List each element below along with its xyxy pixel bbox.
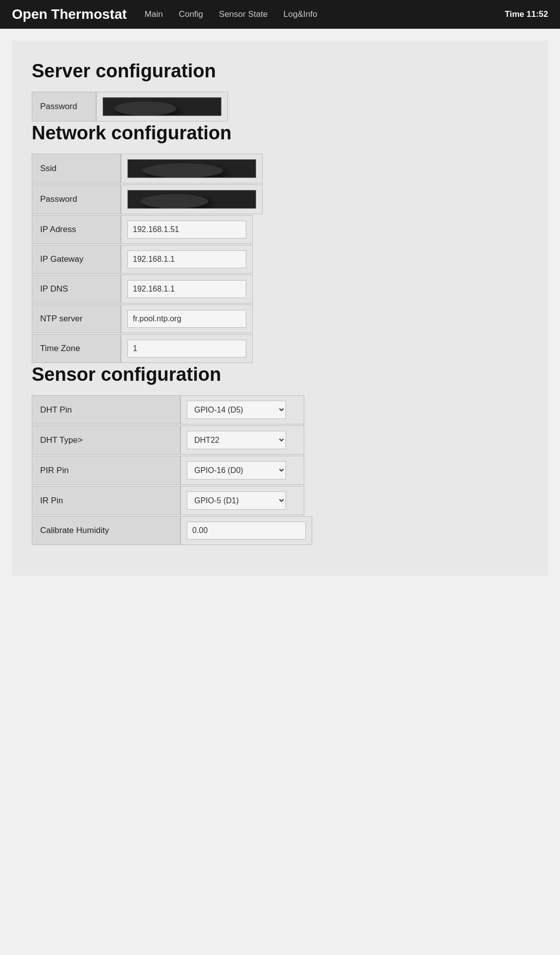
ip-address-value — [121, 215, 253, 244]
network-password-field[interactable] — [127, 190, 256, 209]
ip-dns-label: IP DNS — [32, 275, 121, 303]
sensor-config-section: Sensor configuration DHT Pin GPIO-14 (D5… — [32, 364, 528, 545]
network-config-title: Network configuration — [32, 122, 528, 144]
calibrate-humidity-label: Calibrate Humidity — [32, 516, 180, 545]
server-config-title: Server configuration — [32, 60, 528, 82]
ssid-field[interactable] — [127, 159, 256, 178]
server-password-label: Password — [32, 92, 96, 121]
dht-type-value: DHT11 DHT22 — [180, 425, 304, 455]
ntp-server-value — [121, 304, 253, 333]
ip-dns-row: IP DNS — [32, 275, 528, 303]
dht-type-select[interactable]: DHT11 DHT22 — [187, 431, 286, 449]
pir-pin-select[interactable]: GPIO-14 (D5) GPIO-4 (D2) GPIO-5 (D1) GPI… — [187, 461, 286, 479]
ssid-label: Ssid — [32, 154, 121, 183]
navbar: Open Thermostat Main Config Sensor State… — [0, 0, 560, 29]
ir-pin-value: GPIO-14 (D5) GPIO-4 (D2) GPIO-5 (D1) GPI… — [180, 486, 304, 515]
dht-pin-label: DHT Pin — [32, 395, 180, 424]
redacted-blob — [115, 99, 176, 116]
nav-main[interactable]: Main — [145, 9, 163, 19]
ssid-value — [121, 154, 263, 183]
dht-type-label: DHT Type> — [32, 425, 180, 455]
ip-gateway-input[interactable] — [127, 250, 246, 268]
current-time: Time 11:52 — [504, 9, 548, 19]
network-password-value — [121, 184, 263, 214]
ip-gateway-value — [121, 245, 253, 274]
dht-pin-row: DHT Pin GPIO-14 (D5) GPIO-4 (D2) GPIO-5 … — [32, 395, 528, 424]
pir-pin-value: GPIO-14 (D5) GPIO-4 (D2) GPIO-5 (D1) GPI… — [180, 456, 304, 485]
calibrate-humidity-value — [180, 516, 312, 545]
ip-address-input[interactable] — [127, 221, 246, 239]
main-content: Server configuration Password Network co… — [12, 41, 548, 576]
sensor-config-title: Sensor configuration — [32, 364, 528, 385]
network-config-table: Ssid Password IP Adress — [32, 154, 528, 363]
ntp-server-label: NTP server — [32, 304, 121, 333]
ip-address-label: IP Adress — [32, 215, 121, 244]
server-password-value — [96, 92, 228, 121]
pir-pin-label: PIR Pin — [32, 456, 180, 485]
ir-pin-row: IR Pin GPIO-14 (D5) GPIO-4 (D2) GPIO-5 (… — [32, 486, 528, 515]
ntp-server-row: NTP server — [32, 304, 528, 333]
calibrate-humidity-row: Calibrate Humidity — [32, 516, 528, 545]
nav-config[interactable]: Config — [179, 9, 203, 19]
ip-gateway-row: IP Gateway — [32, 245, 528, 274]
dht-pin-select[interactable]: GPIO-14 (D5) GPIO-4 (D2) GPIO-5 (D1) GPI… — [187, 401, 286, 419]
app-title: Open Thermostat — [12, 6, 127, 22]
ip-dns-input[interactable] — [127, 280, 246, 298]
ntp-server-input[interactable] — [127, 310, 246, 328]
redacted-blob-ssid — [143, 160, 223, 178]
pir-pin-row: PIR Pin GPIO-14 (D5) GPIO-4 (D2) GPIO-5 … — [32, 456, 528, 485]
time-zone-value — [121, 334, 253, 363]
ssid-row: Ssid — [32, 154, 528, 183]
dht-pin-value: GPIO-14 (D5) GPIO-4 (D2) GPIO-5 (D1) GPI… — [180, 395, 304, 424]
dht-type-row: DHT Type> DHT11 DHT22 — [32, 425, 528, 455]
calibrate-humidity-input[interactable] — [187, 522, 306, 539]
network-config-section: Network configuration Ssid Password — [32, 122, 528, 363]
nav-sensor-state[interactable]: Sensor State — [219, 9, 268, 19]
ir-pin-label: IR Pin — [32, 486, 180, 515]
server-password-row: Password — [32, 92, 528, 121]
server-config-section: Server configuration Password — [32, 60, 528, 121]
network-password-label: Password — [32, 184, 121, 214]
redacted-blob-pass — [141, 192, 208, 209]
ip-address-row: IP Adress — [32, 215, 528, 244]
server-password-field[interactable] — [103, 97, 222, 116]
ip-gateway-label: IP Gateway — [32, 245, 121, 274]
time-zone-row: Time Zone — [32, 334, 528, 363]
nav-log-info[interactable]: Log&Info — [283, 9, 317, 19]
server-config-table: Password — [32, 92, 528, 121]
sensor-config-table: DHT Pin GPIO-14 (D5) GPIO-4 (D2) GPIO-5 … — [32, 395, 528, 545]
nav-links: Main Config Sensor State Log&Info — [145, 9, 317, 19]
ir-pin-select[interactable]: GPIO-14 (D5) GPIO-4 (D2) GPIO-5 (D1) GPI… — [187, 491, 286, 510]
ip-dns-value — [121, 275, 253, 303]
network-password-row: Password — [32, 184, 528, 214]
time-zone-label: Time Zone — [32, 334, 121, 363]
time-zone-input[interactable] — [127, 340, 246, 358]
